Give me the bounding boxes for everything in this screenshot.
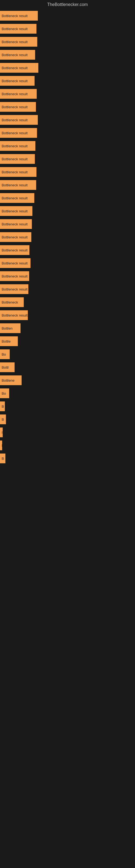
bar-row: Bottleneck result — [0, 35, 135, 48]
bar-label: Bottleneck result — [2, 40, 28, 44]
bar-label: Bottleneck result — [2, 105, 28, 109]
bar-label: Bottleneck result — [2, 261, 28, 265]
bar-label: B — [2, 457, 4, 461]
bar-row: Bottleneck result — [0, 9, 135, 22]
bar-label: Bottleneck result — [2, 157, 28, 161]
bar-row: Bottleneck result — [0, 191, 135, 205]
bar-row: Bottleneck result — [0, 257, 135, 270]
bottleneck-bar: Bottleneck — [0, 297, 24, 307]
bar-row: Bottle — [0, 335, 135, 348]
bar-label: Bottleneck result — [2, 170, 28, 174]
bottleneck-bar: Bottleneck result — [0, 232, 31, 242]
bottleneck-bar: Bottleneck result — [0, 219, 32, 229]
bar-label: Bottlene — [2, 378, 14, 382]
bar-label: Bottleneck result — [2, 313, 28, 317]
bottleneck-bar: Bottleneck result — [0, 193, 34, 203]
bar-row: Bottlene — [0, 374, 135, 387]
bar-row: Bottleneck result — [0, 48, 135, 61]
bottleneck-bar: B — [0, 414, 6, 424]
bottleneck-bar: Bottle — [0, 336, 18, 346]
bar-label: Bottleneck result — [2, 27, 28, 31]
bottleneck-bar: Bottleneck result — [0, 310, 28, 320]
bar-label: Bottlen — [2, 326, 12, 330]
bar-row: Bottleneck result — [0, 205, 135, 218]
bottleneck-bar: Bottleneck result — [0, 167, 37, 177]
bar-label: B — [2, 404, 4, 408]
bar-row: B — [0, 400, 135, 413]
bottleneck-bar: Bottl — [0, 362, 14, 372]
bar-row: Bottl — [0, 361, 135, 374]
bar-label: Bottleneck result — [2, 196, 28, 200]
bottleneck-bar: Bottleneck result — [0, 141, 35, 151]
bars-container: Bottleneck resultBottleneck resultBottle… — [0, 9, 135, 465]
bar-row: Bottleneck result — [0, 126, 135, 140]
bar-label: I — [2, 431, 3, 435]
bottleneck-bar: Bottleneck result — [0, 206, 32, 216]
bottleneck-bar: I — [0, 440, 2, 450]
bar-row: Bottleneck result — [0, 309, 135, 322]
bar-label: Bottle — [2, 339, 10, 343]
site-title: TheBottlenecker.com — [0, 0, 135, 9]
bottleneck-bar: Bo — [0, 349, 10, 359]
bar-label: B — [2, 417, 4, 422]
bottleneck-bar: Bottleneck result — [0, 102, 36, 112]
bar-row: Bottleneck result — [0, 270, 135, 283]
bar-row: Bottleneck result — [0, 113, 135, 126]
bottleneck-bar: Bottleneck result — [0, 245, 30, 255]
bar-row: Bottleneck result — [0, 230, 135, 244]
bottleneck-bar: B — [0, 401, 5, 411]
bottleneck-bar: Bottleneck result — [0, 180, 36, 190]
bottleneck-bar: Bottleneck result — [0, 115, 38, 125]
bar-row: Bottleneck result — [0, 179, 135, 191]
bar-row: Bottleneck — [0, 296, 135, 309]
bottleneck-bar: Bottleneck result — [0, 128, 37, 138]
bar-label: Bottleneck result — [2, 144, 28, 148]
bar-label: Bo — [2, 392, 6, 396]
bar-row: B — [0, 413, 135, 426]
bar-label: I — [2, 443, 2, 447]
bar-row: Bottleneck result — [0, 283, 135, 296]
bar-row: Bottleneck result — [0, 140, 135, 152]
bottleneck-bar: Bottleneck result — [0, 37, 37, 46]
title-text: TheBottlenecker.com — [47, 2, 88, 7]
bottleneck-bar: Bottleneck result — [0, 89, 37, 99]
bottleneck-bar: Bottlen — [0, 323, 20, 333]
bottleneck-bar: Bottleneck result — [0, 24, 37, 34]
bottleneck-bar: Bottleneck result — [0, 258, 31, 268]
bar-row: I — [0, 439, 135, 452]
bottleneck-bar: Bottleneck result — [0, 11, 38, 21]
bar-label: Bottleneck result — [2, 183, 28, 187]
bar-row: Bottleneck result — [0, 165, 135, 179]
bottleneck-bar: Bottleneck result — [0, 63, 38, 73]
bar-label: Bottleneck result — [2, 131, 28, 135]
bar-label: Bottleneck result — [2, 287, 28, 291]
bar-label: Bottleneck result — [2, 66, 28, 70]
bar-row: Bottleneck result — [0, 74, 135, 87]
bottleneck-bar: Bottleneck result — [0, 76, 35, 86]
bar-label: Bottl — [2, 365, 9, 369]
bar-row: Bottleneck result — [0, 100, 135, 113]
bottleneck-bar: Bo — [0, 389, 9, 398]
bar-label: Bottleneck — [2, 300, 18, 304]
bar-row: Bottleneck result — [0, 87, 135, 100]
bar-label: Bottleneck result — [2, 248, 28, 252]
bar-row: Bottleneck result — [0, 22, 135, 35]
bar-row: Bottleneck result — [0, 152, 135, 165]
bar-label: Bottleneck result — [2, 209, 28, 213]
bar-row: Bottleneck result — [0, 61, 135, 74]
bar-row: Bo — [0, 387, 135, 400]
bar-row: I — [0, 426, 135, 439]
bottleneck-bar: I — [0, 428, 3, 437]
bar-label: Bottleneck result — [2, 14, 28, 18]
bar-label: Bottleneck result — [2, 118, 28, 122]
bottleneck-bar: B — [0, 454, 5, 463]
bar-label: Bottleneck result — [2, 222, 28, 226]
bar-label: Bottleneck result — [2, 53, 28, 57]
bar-label: Bo — [2, 352, 6, 356]
bar-row: Bottleneck result — [0, 218, 135, 230]
bar-row: Bottlen — [0, 322, 135, 335]
bottleneck-bar: Bottleneck result — [0, 50, 35, 60]
bottleneck-bar: Bottlene — [0, 375, 21, 385]
bottleneck-bar: Bottleneck result — [0, 271, 29, 281]
bar-label: Bottleneck result — [2, 274, 28, 278]
